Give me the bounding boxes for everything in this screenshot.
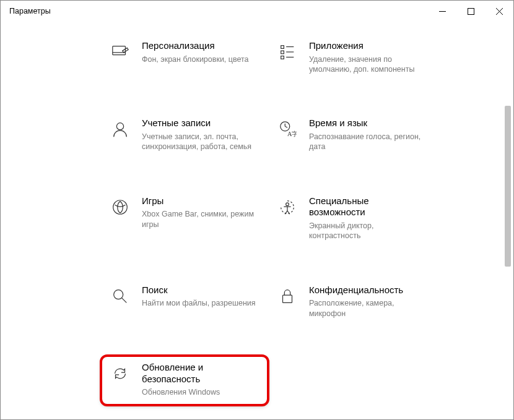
- window-controls: [428, 1, 513, 22]
- tile-desc: Фон, экран блокировки, цвета: [142, 54, 259, 64]
- privacy-icon: [277, 286, 298, 307]
- scrollbar-thumb[interactable]: [505, 106, 511, 267]
- personalization-icon: [110, 41, 131, 62]
- tile-accounts[interactable]: Учетные записи Учетные записи, эл. почта…: [101, 111, 268, 159]
- tile-title: Поиск: [142, 285, 259, 296]
- tile-title: Учетные записи: [142, 118, 259, 129]
- settings-content: Персонализация Фон, экран блокировки, цв…: [1, 22, 513, 405]
- maximize-button[interactable]: [456, 1, 485, 22]
- tile-privacy[interactable]: Конфиденциальность Расположение, камера,…: [268, 278, 435, 326]
- tile-desc: Распознавание голоса, регион, дата: [309, 132, 427, 152]
- close-button[interactable]: [485, 1, 513, 22]
- svg-rect-7: [281, 51, 284, 54]
- window-title: Параметры: [9, 7, 51, 15]
- scrollbar[interactable]: [503, 25, 512, 418]
- svg-point-19: [114, 289, 123, 299]
- tile-gaming[interactable]: Игры Xbox Game Bar, снимки, режим игры: [101, 189, 268, 249]
- svg-rect-21: [283, 295, 292, 302]
- tile-personalization[interactable]: Персонализация Фон, экран блокировки, цв…: [101, 34, 268, 82]
- tile-update-security[interactable]: Обновление и безопасность Обновления Win…: [101, 356, 268, 405]
- tile-search[interactable]: Поиск Найти мои файлы, разрешения: [101, 278, 268, 326]
- svg-rect-8: [281, 56, 284, 59]
- svg-point-18: [286, 202, 289, 205]
- tile-desc: Учетные записи, эл. почта, синхронизация…: [142, 132, 259, 152]
- tile-title: Персонализация: [142, 40, 259, 52]
- svg-point-12: [116, 123, 123, 130]
- tile-title: Время и язык: [309, 118, 427, 129]
- svg-line-15: [285, 127, 287, 128]
- svg-point-17: [113, 200, 128, 214]
- gaming-icon: [110, 197, 131, 218]
- tile-desc: Экранный диктор, контрастность: [309, 221, 427, 241]
- tile-time-language[interactable]: A字 Время и язык Распознавание голоса, ре…: [268, 111, 435, 159]
- tile-title: Конфиденциальность: [309, 285, 427, 296]
- accounts-icon: [110, 119, 131, 140]
- tile-desc: Удаление, значения по умолчанию, доп. ко…: [309, 54, 427, 75]
- update-security-icon: [110, 363, 131, 384]
- tile-desc: Найти мои файлы, разрешения: [142, 298, 259, 308]
- svg-rect-1: [468, 8, 474, 14]
- tile-title: Специальные возможности: [309, 195, 427, 219]
- tile-title: Приложения: [309, 40, 427, 52]
- ease-of-access-icon: [277, 197, 298, 218]
- apps-icon: [277, 41, 298, 62]
- tile-ease-of-access[interactable]: Специальные возможности Экранный диктор,…: [268, 189, 435, 249]
- tile-apps[interactable]: Приложения Удаление, значения по умолчан…: [268, 34, 435, 82]
- tile-title: Обновление и безопасность: [142, 362, 259, 385]
- svg-rect-6: [281, 46, 284, 49]
- minimize-button[interactable]: [428, 1, 456, 22]
- search-icon: [110, 286, 131, 307]
- tile-desc: Расположение, камера, микрофон: [309, 298, 427, 319]
- time-language-icon: A字: [277, 119, 298, 140]
- svg-text:A字: A字: [287, 131, 297, 138]
- svg-line-20: [122, 298, 127, 302]
- settings-grid: Персонализация Фон, экран блокировки, цв…: [101, 34, 513, 405]
- tile-desc: Xbox Game Bar, снимки, режим игры: [142, 209, 259, 229]
- tile-title: Игры: [142, 195, 259, 207]
- tile-desc: Обновления Windows: [142, 387, 259, 397]
